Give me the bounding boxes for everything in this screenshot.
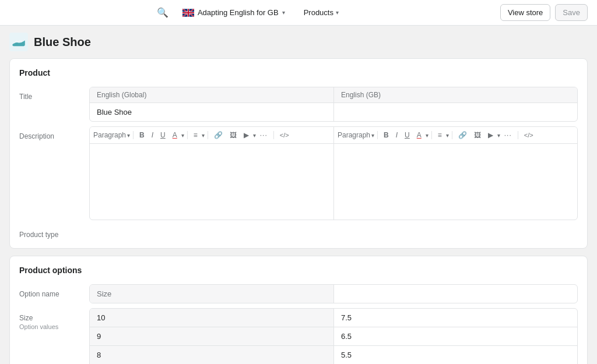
- embed-btn-gb[interactable]: ▶: [485, 129, 496, 141]
- rte-divider-gb-1: [377, 131, 378, 139]
- para-chevron-global: ▾: [127, 132, 130, 139]
- options-card: Product options Option name Size Size Op…: [9, 256, 588, 364]
- option-name-gb-value: [333, 285, 577, 303]
- product-type-content: [89, 225, 578, 239]
- embed-chevron-global[interactable]: ▾: [253, 132, 256, 139]
- shoe-icon-svg: [12, 37, 26, 47]
- product-icon: [9, 33, 28, 51]
- page-title: Blue Shoe: [34, 36, 91, 49]
- option-name-field: Size: [89, 284, 578, 303]
- option-gb-cell: 5.5: [333, 346, 577, 364]
- option-name-label: Option name: [19, 284, 89, 303]
- title-global-value: Blue Shoe: [90, 103, 333, 121]
- option-gb-cell: 6.5: [333, 327, 577, 345]
- product-card: Product Title English (Global) Blue Shoe…: [9, 58, 588, 249]
- product-type-label: Product type: [19, 225, 89, 239]
- color-btn-gb[interactable]: A: [414, 129, 424, 141]
- option-value-row: 8 5.5: [90, 345, 577, 364]
- align-btn-gb[interactable]: ≡: [435, 129, 445, 141]
- italic-btn-global[interactable]: I: [149, 129, 156, 141]
- option-name-global-value: Size: [90, 285, 333, 303]
- option-gb-cell: 7.5: [333, 309, 577, 327]
- locale-chevron-icon: ▾: [282, 9, 285, 16]
- view-store-button[interactable]: View store: [500, 4, 550, 21]
- uk-flag-icon: [182, 9, 194, 17]
- product-card-title: Product: [19, 68, 578, 77]
- color-chevron-global[interactable]: ▾: [181, 132, 184, 139]
- rte-divider-3: [208, 131, 208, 139]
- embed-chevron-gb[interactable]: ▾: [497, 132, 500, 139]
- locale-selector[interactable]: Adapting English for GB ▾: [178, 6, 290, 19]
- rte-toolbar-global: Paragraph ▾ B I U A ▾ ≡ ▾: [90, 127, 333, 144]
- products-label: Products: [304, 8, 333, 17]
- link-btn-gb[interactable]: 🔗: [455, 129, 470, 141]
- title-global-header: English (Global) Blue Shoe: [90, 87, 333, 121]
- align-chevron-global[interactable]: ▾: [202, 132, 205, 139]
- align-btn-global[interactable]: ≡: [191, 129, 201, 141]
- rte-divider-gb-4: [518, 131, 518, 139]
- underline-btn-gb[interactable]: U: [402, 129, 413, 141]
- search-icon[interactable]: 🔍: [157, 7, 168, 18]
- top-nav: 🔍 Adapting English for GB ▾ Products ▾ V…: [0, 0, 597, 26]
- image-btn-global[interactable]: 🖼: [227, 129, 240, 141]
- nav-actions: View store Save: [500, 4, 588, 21]
- size-option-label: Size Option values: [19, 308, 89, 364]
- desc-global-col: Paragraph ▾ B I U A ▾ ≡ ▾: [90, 127, 333, 220]
- paragraph-select-gb[interactable]: Paragraph ▾: [338, 131, 374, 139]
- desc-fields: Paragraph ▾ B I U A ▾ ≡ ▾: [89, 126, 578, 220]
- align-chevron-gb[interactable]: ▾: [446, 132, 449, 139]
- options-card-title: Product options: [19, 266, 578, 275]
- rte-divider-1: [133, 131, 134, 139]
- italic-btn-gb[interactable]: I: [393, 129, 401, 141]
- bold-btn-global[interactable]: B: [136, 129, 148, 141]
- products-chevron-icon: ▾: [336, 9, 339, 16]
- option-values-table: 10 7.5 9 6.5 8 5.5 7 4.5 6 3.5 5 2.5: [89, 308, 578, 364]
- page-header: Blue Shoe: [0, 26, 597, 58]
- gb-col-header: English (GB): [334, 87, 577, 103]
- more-btn-global[interactable]: ···: [257, 129, 271, 141]
- title-gb-value: [334, 103, 577, 121]
- products-nav[interactable]: Products ▾: [299, 6, 343, 19]
- color-chevron-gb[interactable]: ▾: [426, 132, 429, 139]
- locale-label: Adapting English for GB: [198, 8, 279, 17]
- option-values-sublabel: Option values: [19, 323, 89, 330]
- paragraph-select-global[interactable]: Paragraph ▾: [93, 131, 130, 139]
- code-btn-gb[interactable]: </>: [521, 130, 536, 140]
- desc-gb-body[interactable]: [334, 144, 577, 220]
- size-label: Size: [19, 314, 89, 322]
- para-chevron-gb: ▾: [371, 132, 374, 139]
- underline-btn-global[interactable]: U: [157, 129, 168, 141]
- embed-btn-global[interactable]: ▶: [241, 129, 252, 141]
- desc-label: Description: [19, 126, 89, 220]
- link-btn-global[interactable]: 🔗: [211, 129, 226, 141]
- desc-gb-col: Paragraph ▾ B I U A ▾ ≡ ▾: [333, 127, 577, 220]
- save-button[interactable]: Save: [555, 4, 588, 21]
- bold-btn-gb[interactable]: B: [381, 129, 392, 141]
- option-global-cell: 9: [90, 327, 333, 345]
- option-values-rows: 10 7.5 9 6.5 8 5.5 7 4.5 6 3.5 5 2.5: [90, 309, 577, 364]
- rte-divider-gb-3: [452, 131, 452, 139]
- color-btn-global[interactable]: A: [170, 129, 180, 141]
- option-global-cell: 10: [90, 309, 333, 327]
- main-content: Product Title English (Global) Blue Shoe…: [0, 58, 597, 364]
- option-global-cell: 8: [90, 346, 333, 364]
- rte-toolbar-gb: Paragraph ▾ B I U A ▾ ≡ ▾: [334, 127, 577, 144]
- title-gb-header: English (GB): [333, 87, 577, 121]
- title-label: Title: [19, 87, 89, 122]
- rte-divider-2: [187, 131, 188, 139]
- more-btn-gb[interactable]: ···: [501, 129, 515, 141]
- option-value-row: 10 7.5: [90, 309, 577, 327]
- rte-divider-gb-2: [431, 131, 432, 139]
- desc-global-body[interactable]: [90, 144, 333, 220]
- code-btn-global[interactable]: </>: [277, 130, 292, 140]
- image-btn-gb[interactable]: 🖼: [471, 129, 484, 141]
- rte-divider-4: [273, 131, 274, 139]
- option-value-row: 9 6.5: [90, 327, 577, 345]
- title-fields: English (Global) Blue Shoe English (GB): [89, 87, 578, 122]
- global-col-header: English (Global): [90, 87, 333, 103]
